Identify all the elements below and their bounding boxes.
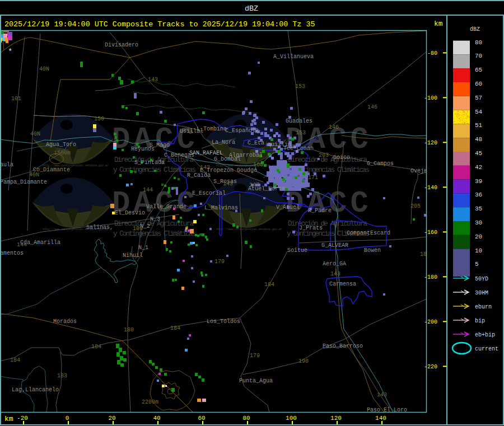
- svg-text:5: 5: [475, 261, 479, 268]
- svg-text:1500m: 1500m: [54, 150, 71, 156]
- svg-text:G_ALVEAR: G_ALVEAR: [321, 242, 348, 249]
- svg-text:70: 70: [475, 53, 482, 59]
- svg-text:G_Campos: G_Campos: [367, 161, 394, 167]
- svg-text:40N: 40N: [29, 172, 39, 178]
- svg-text:N_1: N_1: [138, 245, 148, 251]
- svg-text:205: 205: [410, 203, 421, 209]
- svg-text:SAN_RAFAEL: SAN_RAFAEL: [189, 150, 223, 156]
- svg-text:eburn: eburn: [475, 304, 492, 310]
- svg-text:R_Padre: R_Padre: [308, 208, 332, 214]
- svg-text:180: 180: [124, 327, 134, 333]
- svg-text:J_Prats: J_Prats: [299, 225, 323, 231]
- svg-text:Paso_Barroso: Paso_Barroso: [323, 343, 363, 349]
- svg-text:147: 147: [249, 182, 259, 188]
- svg-text:V_Atuel: V_Atuel: [276, 204, 300, 210]
- svg-text:36: 36: [475, 191, 482, 198]
- svg-text:143: 143: [223, 181, 233, 187]
- svg-text:S_Pintada: S_Pintada: [134, 160, 165, 166]
- svg-text:140: 140: [375, 415, 386, 422]
- svg-text:Tce_Coman: Tce_Coman: [283, 146, 314, 152]
- svg-text:-180: -180: [424, 274, 437, 280]
- svg-text:La_Nora: La_Nora: [212, 139, 235, 146]
- svg-text:R_Caida: R_Caida: [187, 172, 211, 179]
- svg-text:101: 101: [11, 96, 21, 102]
- svg-text:dBZ: dBZ: [245, 4, 258, 13]
- svg-text:120: 120: [330, 415, 342, 422]
- svg-text:Aero_GA: Aero_GA: [323, 261, 346, 267]
- svg-text:48: 48: [475, 136, 482, 143]
- svg-text:146: 146: [367, 104, 377, 110]
- svg-text:C_Eta: C_Eta: [248, 140, 264, 146]
- svg-text:30HM: 30HM: [475, 290, 488, 296]
- svg-text:51: 51: [475, 122, 483, 129]
- svg-text:184: 184: [91, 344, 101, 350]
- svg-text:183: 183: [57, 373, 67, 379]
- svg-text:60: 60: [198, 415, 205, 422]
- svg-text:57: 57: [475, 95, 482, 101]
- svg-text:S_Mago: S_Mago: [150, 142, 170, 148]
- svg-text:amentos: amentos: [0, 250, 24, 256]
- svg-text:L_Malvinas: L_Malvinas: [204, 205, 238, 211]
- svg-text:184: 184: [264, 282, 274, 288]
- svg-text:50YD: 50YD: [475, 276, 488, 282]
- svg-text:143: 143: [200, 165, 210, 171]
- svg-text:Agua_Toro: Agua_Toro: [46, 142, 76, 148]
- svg-text:40N: 40N: [30, 131, 40, 137]
- svg-text:42: 42: [475, 164, 482, 171]
- svg-text:km: km: [434, 20, 443, 28]
- svg-text:65: 65: [475, 67, 482, 73]
- svg-text:45: 45: [475, 150, 482, 157]
- svg-text:Valle_Grande: Valle_Grande: [146, 204, 186, 210]
- svg-text:144: 144: [143, 187, 153, 193]
- svg-text:Los_Toldos: Los_Toldos: [207, 319, 240, 325]
- svg-text:C_Española: C_Española: [225, 128, 259, 134]
- svg-text:km: km: [4, 415, 13, 423]
- svg-text:184: 184: [170, 325, 180, 331]
- svg-text:dBZ: dBZ: [470, 26, 480, 32]
- svg-text:60: 60: [475, 81, 482, 87]
- svg-text:*: *: [8, 48, 12, 57]
- svg-text:-220: -220: [424, 364, 437, 370]
- svg-text:CompantEscard: CompantEscard: [347, 230, 390, 236]
- svg-text:bip: bip: [475, 318, 485, 324]
- svg-text:Soitue: Soitue: [287, 247, 307, 254]
- svg-text:Pampa_Diamante: Pampa_Diamante: [0, 179, 47, 185]
- svg-text:El_Desvio: El_Desvio: [115, 210, 145, 216]
- svg-text:-160: -160: [424, 230, 437, 236]
- svg-text:G_bombal: G_bombal: [214, 156, 241, 162]
- svg-text:current: current: [475, 346, 498, 352]
- svg-text:-140: -140: [424, 185, 437, 191]
- svg-text:179: 179: [214, 259, 225, 265]
- svg-text:Punta_Agua: Punta_Agua: [239, 378, 273, 384]
- svg-text:40N: 40N: [39, 66, 49, 72]
- svg-text:2025/12/19 19:04:00 UTC Compos: 2025/12/19 19:04:00 UTC Composite Tracks…: [4, 20, 315, 29]
- svg-text:150: 150: [94, 116, 104, 122]
- svg-text:153: 153: [295, 83, 305, 90]
- svg-text:N_3: N_3: [150, 216, 160, 222]
- svg-text:40: 40: [153, 415, 160, 422]
- svg-text:Guadales: Guadales: [286, 118, 312, 124]
- svg-text:179: 179: [250, 353, 260, 359]
- svg-text:-20: -20: [17, 415, 28, 422]
- svg-text:80: 80: [242, 415, 250, 422]
- svg-text:180: 180: [133, 226, 143, 232]
- svg-text:Salinas,: Salinas,: [86, 224, 113, 231]
- svg-text:203: 203: [319, 152, 329, 158]
- svg-text:L_Tombina: L_Tombina: [197, 126, 227, 132]
- svg-text:146: 146: [329, 124, 339, 130]
- svg-text:20: 20: [108, 415, 115, 422]
- svg-text:39: 39: [475, 178, 482, 185]
- svg-text:Bowen: Bowen: [364, 247, 381, 254]
- svg-text:-200: -200: [424, 319, 437, 325]
- svg-text:E_Escorial: E_Escorial: [192, 190, 226, 196]
- svg-text:-100: -100: [424, 95, 437, 101]
- svg-text:Goico: Goico: [333, 155, 350, 161]
- svg-text:eb+bip: eb+bip: [475, 332, 495, 338]
- svg-text:-120: -120: [424, 140, 437, 146]
- svg-text:10: 10: [475, 247, 482, 254]
- svg-text:Lag,Llancanelo: Lag,Llancanelo: [12, 387, 59, 393]
- svg-text:Carmensa: Carmensa: [329, 281, 356, 287]
- svg-text:143: 143: [148, 77, 158, 83]
- svg-text:20: 20: [475, 233, 482, 240]
- svg-text:144: 144: [17, 242, 27, 248]
